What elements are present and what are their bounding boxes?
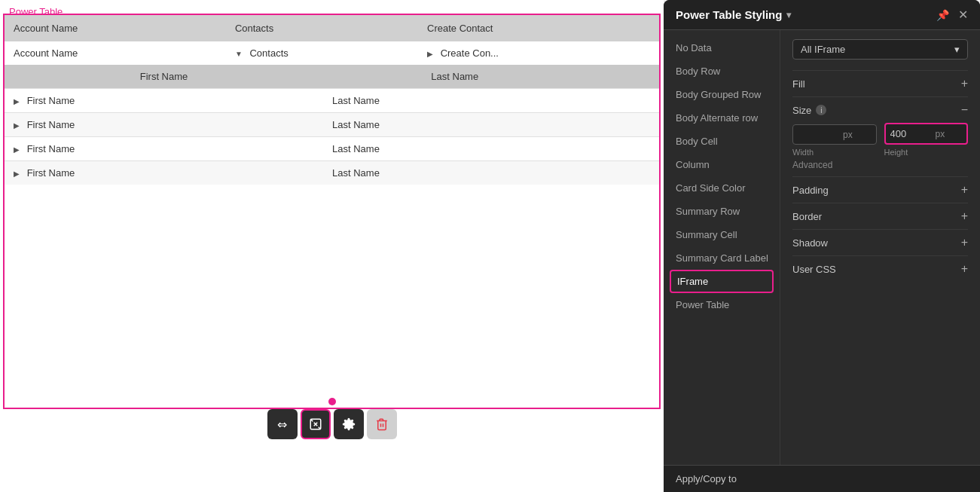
sub-arrow-0: ▶ — [14, 97, 20, 105]
sub-empty-3 — [586, 161, 659, 185]
sub-firstname-1: ▶ First Name — [5, 113, 323, 137]
sub-firstname-2: ▶ First Name — [5, 137, 323, 161]
size-section: Size i − px Width — [792, 96, 968, 176]
fill-section: Fill + — [792, 70, 968, 96]
sub-table-row: First Name Last Name ▶ — [5, 65, 659, 185]
sub-firstname-0: ▶ First Name — [5, 89, 323, 113]
gear-button[interactable] — [334, 409, 364, 439]
shadow-section: Shadow + — [792, 229, 968, 255]
open-icon — [309, 417, 322, 431]
border-section: Border + — [792, 203, 968, 229]
sub-arrow-1: ▶ — [14, 121, 20, 130]
sub-empty-1 — [586, 113, 659, 137]
dropdown-row: All IFrame ▾ — [792, 39, 968, 60]
open-button[interactable] — [301, 409, 331, 439]
right-panel: Power Table Styling ▾ 📌 ✕ No Data Body R… — [664, 0, 980, 492]
contacts-value: Contacts — [249, 47, 288, 59]
nav-no-data[interactable]: No Data — [664, 36, 780, 60]
resize-button[interactable]: ⇔ — [267, 409, 298, 439]
nav-body-grouped-row[interactable]: Body Grouped Row — [664, 83, 780, 106]
table-border: Account Name Contacts Create Contact Acc… — [3, 14, 661, 409]
sub-lastname-3: Last Name — [323, 161, 586, 185]
width-input[interactable] — [793, 125, 838, 144]
sub-lastname-0: Last Name — [323, 89, 586, 113]
row-create: ▶ Create Con... — [418, 41, 659, 65]
height-label: Height — [884, 148, 969, 157]
sub-empty-0 — [586, 89, 659, 113]
size-collapse-icon[interactable]: − — [961, 103, 968, 117]
user-css-section: User CSS + — [792, 255, 968, 282]
power-table-label: Power Table — [3, 3, 69, 20]
toolbar: ⇔ — [267, 409, 397, 439]
sub-header-firstname: First Name — [5, 65, 323, 89]
size-label: Size i — [792, 105, 826, 116]
panel-content: All IFrame ▾ Fill + Size i − — [780, 30, 980, 465]
resize-handle[interactable] — [328, 398, 336, 405]
padding-section: Padding + — [792, 176, 968, 203]
sub-header-empty — [586, 65, 659, 89]
iframe-dropdown[interactable]: All IFrame ▾ — [792, 39, 968, 60]
header-contacts: Contacts — [226, 15, 418, 41]
shadow-label: Shadow — [792, 237, 828, 249]
panel-title: Power Table Styling ▾ — [676, 8, 791, 21]
user-css-add-icon[interactable]: + — [961, 262, 968, 276]
trash-button[interactable] — [367, 409, 397, 439]
panel-header: Power Table Styling ▾ 📌 ✕ — [664, 0, 980, 30]
nav-column[interactable]: Column — [664, 153, 780, 176]
shadow-add-icon[interactable]: + — [961, 236, 968, 249]
sub-row-1: ▶ First Name Last Name — [5, 113, 659, 137]
border-label: Border — [792, 211, 822, 222]
nav-iframe[interactable]: IFrame — [670, 270, 774, 293]
sub-empty-2 — [586, 137, 659, 161]
main-data-row: Account Name ▼ Contacts ▶ Create Con... — [5, 41, 659, 65]
size-info-icon: i — [816, 105, 826, 115]
close-icon[interactable]: ✕ — [958, 8, 968, 22]
row-contacts: ▼ Contacts — [226, 41, 418, 65]
create-value: Create Con... — [441, 47, 499, 59]
height-input[interactable] — [886, 124, 931, 143]
gear-icon — [342, 417, 356, 431]
sub-header-row: First Name Last Name — [5, 65, 659, 89]
sub-arrow-3: ▶ — [14, 170, 20, 178]
nav-body-alternate-row[interactable]: Body Alternate row — [664, 106, 780, 130]
sub-table: First Name Last Name ▶ — [5, 65, 659, 185]
fill-add-icon[interactable]: + — [961, 77, 968, 90]
sub-lastname-2: Last Name — [323, 137, 586, 161]
padding-add-icon[interactable]: + — [961, 183, 968, 197]
pin-icon[interactable]: 📌 — [936, 9, 949, 21]
header-create: Create Contact — [418, 15, 659, 41]
dropdown-label: All IFrame — [801, 44, 845, 55]
main-table: Account Name Contacts Create Contact Acc… — [5, 15, 659, 185]
trash-icon — [375, 417, 389, 431]
panel-nav: No Data Body Row Body Grouped Row Body A… — [664, 30, 780, 465]
user-css-label: User CSS — [792, 264, 836, 275]
apply-copy-label[interactable]: Apply/Copy to — [676, 473, 737, 484]
sub-row-0: ▶ First Name Last Name — [5, 89, 659, 113]
nav-summary-cell[interactable]: Summary Cell — [664, 223, 780, 246]
width-field: px Width — [792, 124, 877, 157]
width-label: Width — [792, 148, 877, 157]
arrow-icon: ▼ — [235, 50, 243, 58]
sub-header-lastname: Last Name — [323, 65, 586, 89]
arrow-icon-right: ▶ — [427, 50, 433, 58]
advanced-link[interactable]: Advanced — [792, 160, 968, 170]
padding-label: Padding — [792, 185, 829, 196]
panel-title-text: Power Table Styling — [676, 8, 782, 21]
nav-summary-card-label[interactable]: Summary Card Label — [664, 246, 780, 270]
nav-body-row[interactable]: Body Row — [664, 60, 780, 83]
nav-body-cell[interactable]: Body Cell — [664, 130, 780, 153]
fill-label: Fill — [792, 78, 805, 90]
size-inputs: px Width px Height — [792, 123, 968, 157]
nav-power-table[interactable]: Power Table — [664, 293, 780, 316]
sub-arrow-2: ▶ — [14, 145, 20, 154]
dropdown-chevron: ▾ — [954, 44, 960, 55]
sub-row-3: ▶ First Name Last Name — [5, 161, 659, 185]
sub-firstname-3: ▶ First Name — [5, 161, 323, 185]
border-add-icon[interactable]: + — [961, 209, 968, 223]
width-input-row: px — [792, 124, 877, 145]
sub-lastname-1: Last Name — [323, 113, 586, 137]
nav-card-side-color[interactable]: Card Side Color — [664, 176, 780, 200]
width-unit: px — [838, 126, 857, 144]
nav-summary-row[interactable]: Summary Row — [664, 200, 780, 223]
size-header: Size i − — [792, 103, 968, 117]
